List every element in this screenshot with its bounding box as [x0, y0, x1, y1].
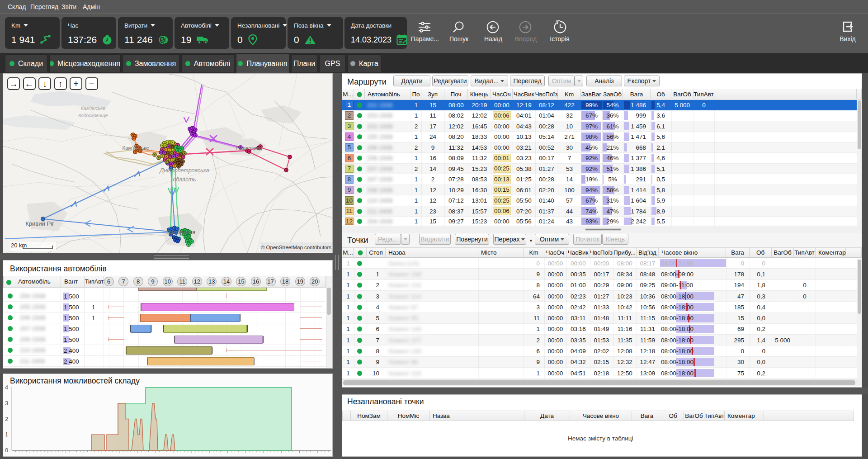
svg-text:Кам'янське: Кам'янське: [122, 145, 149, 151]
svg-text:3: 3: [5, 400, 8, 407]
svg-text:0: 0: [5, 447, 8, 454]
svg-text:$: $: [161, 37, 164, 43]
svg-text:4: 4: [5, 384, 8, 391]
svg-text:1: 1: [5, 431, 8, 438]
svg-text:Кривий Ріг: Кривий Ріг: [25, 220, 54, 227]
svg-text:Павлоград: Павлоград: [236, 145, 262, 151]
svg-text:область: область: [173, 176, 196, 183]
svg-text:2: 2: [5, 416, 8, 422]
svg-text:Дніпропетровська: Дніпропетровська: [159, 167, 209, 174]
svg-text:водосховище: водосховище: [79, 113, 108, 118]
svg-text:Запоріжжя: Запоріжжя: [166, 229, 195, 236]
svg-text:Кам'янське: Кам'янське: [81, 105, 105, 111]
